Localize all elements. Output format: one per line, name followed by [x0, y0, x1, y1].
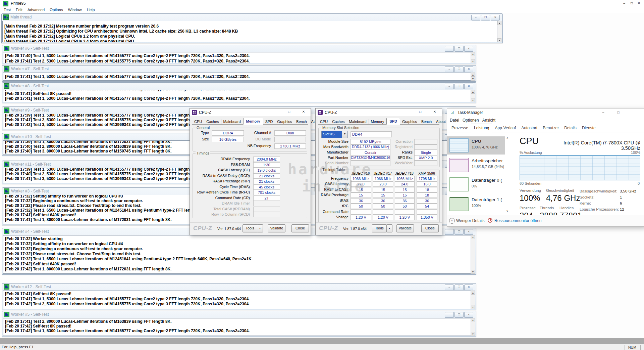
maximize-icon[interactable]: □ [628, 1, 635, 6]
minimize-icon[interactable]: – [270, 110, 279, 114]
cpuz-memory-window[interactable]: CPU-Z – □ ✕ CPU Caches Mainboard Memory … [190, 108, 311, 235]
tools-dropdown-icon[interactable]: ▼ [257, 224, 263, 232]
mdi-window-worker-12[interactable]: Worker #12 - Self-Test – ❐ ✕ [Feb 20 17:… [2, 283, 476, 310]
tab-dienste[interactable]: Dienste [579, 124, 598, 132]
scroll-down-icon[interactable]: ▼ [471, 77, 475, 81]
close-icon[interactable]: ✕ [491, 15, 500, 20]
close-button[interactable]: Close [421, 224, 439, 232]
minimize-icon[interactable]: – [445, 84, 454, 89]
maximize-icon[interactable]: ❐ [481, 15, 490, 20]
tab-cpu[interactable]: CPU [318, 119, 330, 124]
scroll-down-icon[interactable]: ▼ [497, 38, 501, 42]
sidebar-item-cpu[interactable]: CPU 100% 4,76 GHz [447, 136, 505, 155]
resource-monitor-link[interactable]: Ressourcenmonitor öffnen [494, 218, 542, 223]
scroll-up-icon[interactable]: ▲ [471, 291, 475, 295]
menu-datei[interactable]: Datei [450, 118, 459, 123]
close-icon[interactable]: ✕ [464, 285, 473, 290]
close-icon[interactable]: ✕ [299, 110, 308, 114]
menu-optionen[interactable]: Optionen [463, 118, 479, 123]
minimize-icon[interactable]: – [445, 67, 454, 72]
slot-select[interactable]: Slot #5 ▼ [321, 131, 348, 138]
cpuz-spd-window[interactable]: CPU-Z – □ ✕ CPU Caches Mainboard Memory … [315, 108, 442, 235]
tools-button[interactable]: Tools [243, 224, 257, 232]
maximize-icon[interactable]: ❐ [454, 84, 464, 89]
task-manager-window[interactable]: Task-Manager – □ Datei Optionen Ansicht … [447, 108, 644, 227]
minimize-icon[interactable]: – [401, 110, 410, 114]
close-button[interactable]: Close [291, 224, 309, 232]
mdi-window-worker-6[interactable]: Worker #6 - Self-Test – ❐ ✕ [Feb 20 17:4… [2, 45, 476, 64]
tab-graphics[interactable]: Graphics [400, 119, 419, 124]
close-icon[interactable]: ✕ [464, 229, 473, 235]
scrollbar[interactable]: ▲ ▼ [471, 291, 475, 309]
sidebar-item-datentraeger-1[interactable]: Datenträger 1 ( 100% [447, 195, 505, 213]
sidebar-item-arbeitsspeicher[interactable]: Arbeitsspeicher 14,8/15,7 GB (94%) [447, 156, 505, 174]
close-icon[interactable]: ✕ [464, 67, 473, 72]
scrollbar[interactable]: ▲ ▼ [471, 52, 475, 63]
tab-spd[interactable]: SPD [263, 119, 275, 124]
tab-app-verlauf[interactable]: App-Verlauf [492, 124, 519, 132]
maximize-icon[interactable]: □ [285, 110, 293, 114]
tab-prozesse[interactable]: Prozesse [449, 124, 471, 132]
mdi-window-worker-5[interactable]: Worker #5 - Self-Test – ❐ ✕ [Feb 20 17:4… [2, 311, 476, 337]
scroll-down-icon[interactable]: ▼ [471, 305, 475, 309]
scroll-up-icon[interactable]: ▲ [471, 52, 475, 56]
scroll-down-icon[interactable]: ▼ [471, 270, 475, 274]
mdi-bottom-scroll-track[interactable] [0, 338, 644, 344]
menu-edit[interactable]: Edit [15, 7, 23, 12]
minimize-icon[interactable]: – [471, 15, 480, 20]
menu-advanced[interactable]: Advanced [26, 7, 46, 12]
maximize-icon[interactable]: □ [611, 108, 626, 117]
chevron-up-icon[interactable]: ∧ [449, 218, 455, 224]
mdi-window-main-thread[interactable]: Main thread – ❐ ✕ [Main thread Feb 20 17… [1, 13, 503, 43]
scroll-up-icon[interactable]: ▲ [471, 318, 475, 322]
maximize-icon[interactable]: ❐ [454, 229, 464, 235]
mdi-window-worker-8[interactable]: Worker #8 - Self-Test – ❐ ✕ [Feb 20 17:4… [2, 82, 476, 103]
minimize-icon[interactable]: – [445, 285, 454, 290]
tab-memory[interactable]: Memory [243, 118, 263, 125]
tab-about[interactable]: About [434, 119, 448, 124]
maximize-icon[interactable]: □ [416, 110, 425, 114]
validate-button[interactable]: Validate [268, 224, 285, 232]
sidebar-item-datentraeger-0[interactable]: Datenträger 0 ( 0% [447, 175, 505, 193]
tab-benutzer[interactable]: Benutzer [540, 124, 561, 132]
chevron-down-icon[interactable]: ▼ [342, 131, 347, 138]
tab-mainboard[interactable]: Mainboard [347, 119, 369, 124]
tab-bench[interactable]: Bench [419, 119, 434, 124]
close-icon[interactable]: ✕ [464, 312, 473, 318]
scroll-down-icon[interactable]: ▼ [471, 59, 475, 63]
menu-ansicht[interactable]: Ansicht [482, 118, 495, 123]
minimize-icon[interactable]: – [445, 229, 454, 235]
scrollbar[interactable]: ▲ ▼ [471, 90, 475, 102]
less-details-button[interactable]: Weniger Details [456, 218, 484, 223]
validate-button[interactable]: Validate [396, 224, 414, 232]
scroll-up-icon[interactable]: ▲ [471, 235, 475, 239]
sidebar-scroll-up-icon[interactable]: ∧ [505, 136, 509, 140]
tab-details[interactable]: Details [561, 124, 579, 132]
minimize-icon[interactable]: – [621, 1, 628, 6]
tab-memory[interactable]: Memory [369, 119, 387, 124]
menu-test[interactable]: Test [3, 7, 12, 12]
scrollbar[interactable]: ▲ ▼ [471, 318, 475, 336]
close-icon[interactable]: ✕ [464, 84, 473, 89]
scroll-up-icon[interactable]: ▲ [471, 73, 475, 77]
menu-options[interactable]: Options [49, 7, 64, 12]
tools-button[interactable]: Tools [372, 224, 387, 232]
maximize-icon[interactable]: ❐ [454, 312, 464, 318]
minimize-icon[interactable]: – [445, 312, 454, 318]
tab-spd[interactable]: SPD [386, 118, 400, 125]
sidebar-scroll-down-icon[interactable]: ∨ [505, 209, 509, 213]
scrollbar[interactable]: ▲ ▼ [497, 21, 502, 42]
minimize-icon[interactable]: – [596, 108, 611, 117]
tab-caches[interactable]: Caches [204, 119, 221, 124]
tab-leistung[interactable]: Leistung [471, 124, 492, 132]
menu-help[interactable]: Help [86, 7, 96, 12]
scrollbar[interactable]: ▲ ▼ [471, 235, 475, 274]
close-icon[interactable]: ✕ [635, 1, 643, 6]
menu-window[interactable]: Window [67, 7, 83, 12]
scrollbar[interactable]: ▲ ▼ [471, 73, 475, 81]
maximize-icon[interactable]: ❐ [454, 46, 464, 52]
tab-graphics[interactable]: Graphics [275, 119, 294, 124]
scroll-down-icon[interactable]: ▼ [471, 332, 475, 336]
maximize-icon[interactable]: ❐ [454, 285, 464, 290]
tab-mainboard[interactable]: Mainboard [221, 119, 243, 124]
